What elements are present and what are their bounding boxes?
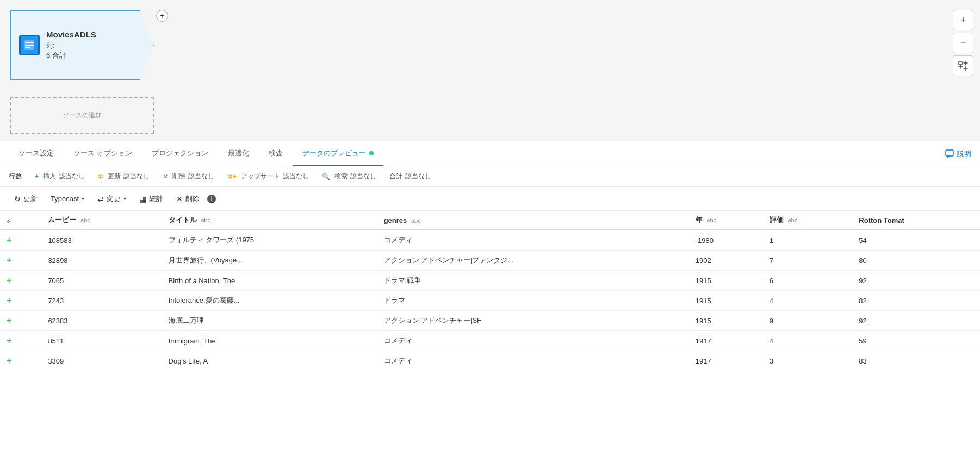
cell-rotten: 92 xyxy=(852,271,980,291)
insert-stat: + 挿入 該当なし xyxy=(35,172,85,181)
cell-rotten: 59 xyxy=(852,331,980,351)
zoom-out-button[interactable]: − xyxy=(953,33,973,53)
table-row: + 62383 海底二万哩 アクション|アドベンチャー|SF 1915 9 92 xyxy=(0,311,980,331)
row-add-button[interactable]: + xyxy=(7,356,11,365)
row-add-cell: + xyxy=(0,291,41,311)
delete-x-icon: ✕ xyxy=(163,173,168,180)
cell-rotten: 83 xyxy=(852,351,980,371)
tab-source-options[interactable]: ソース オプション xyxy=(64,141,142,166)
row-add-button[interactable]: + xyxy=(7,336,11,345)
typecast-button[interactable]: Typecast ▾ xyxy=(45,192,90,205)
row-add-button[interactable]: + xyxy=(7,276,11,285)
cell-year: -1980 xyxy=(689,230,763,251)
tab-optimize[interactable]: 最適化 xyxy=(218,141,259,166)
tab-data-preview[interactable]: データのプレビュー xyxy=(293,141,383,166)
canvas-area: MoviesADLS 列: 6 合計 + ソースの追加 + − xyxy=(0,0,980,141)
table-row: + 7243 Intolerance:愛の葛藤... ドラマ 1915 4 82 xyxy=(0,291,980,311)
stats-icon: ▦ xyxy=(139,195,146,203)
cell-movie: 32898 xyxy=(41,251,162,271)
stats-bar: 行数 + 挿入 該当なし ✻ 更新 該当なし ✕ 削除 該当なし ✻+ アップサ… xyxy=(0,166,980,187)
cell-rating: 4 xyxy=(763,331,852,351)
col-header-movie[interactable]: ムービー abc xyxy=(41,211,162,230)
upsert-icon: ✻+ xyxy=(227,173,237,180)
table-row: + 8511 Immigrant, The コメディ 1917 4 59 xyxy=(0,331,980,351)
row-add-cell: + xyxy=(0,331,41,351)
col-header-rating[interactable]: 評価 abc xyxy=(763,211,852,230)
cell-title: 月世界旅行、(Voyage... xyxy=(162,251,377,271)
col-header-year[interactable]: 年 abc xyxy=(689,211,763,230)
refresh-icon: ↻ xyxy=(14,195,21,203)
update-stat: ✻ 更新 該当なし xyxy=(98,172,150,181)
tab-dot xyxy=(369,151,374,155)
row-add-cell: + xyxy=(0,271,41,291)
cell-genres: コメディ xyxy=(377,230,689,251)
node-count: 6 合計 xyxy=(46,51,145,60)
row-add-button[interactable]: + xyxy=(7,255,11,265)
tab-source-settings[interactable]: ソース設定 xyxy=(9,141,64,166)
cell-year: 1917 xyxy=(689,351,763,371)
cell-movie: 7065 xyxy=(41,271,162,291)
node-info: MoviesADLS 列: 6 合計 xyxy=(46,30,145,60)
cell-movie: 3309 xyxy=(41,351,162,371)
zoom-in-button[interactable]: + xyxy=(953,10,973,30)
cell-rotten: 92 xyxy=(852,311,980,331)
col-header-title[interactable]: タイトル abc xyxy=(162,211,377,230)
tab-projection[interactable]: プロジェクション xyxy=(142,141,218,166)
cell-year: 1902 xyxy=(689,251,763,271)
sort-icon: ⬦ xyxy=(7,217,10,224)
search-icon: 🔍 xyxy=(322,173,330,180)
cell-genres: コメディ xyxy=(377,331,689,351)
fit-button[interactable] xyxy=(953,55,973,76)
right-toolbar: + − xyxy=(953,10,973,76)
cell-movie: 8511 xyxy=(41,331,162,351)
upsert-stat: ✻+ アップサート 該当なし xyxy=(227,172,309,181)
cell-rotten: 54 xyxy=(852,230,980,251)
table-row: + 108583 フォルティ タワーズ (1975 コメディ -1980 1 5… xyxy=(0,230,980,251)
cell-year: 1917 xyxy=(689,331,763,351)
cell-movie: 62383 xyxy=(41,311,162,331)
delete-button[interactable]: ✕ 削除 xyxy=(171,191,205,207)
cell-title: フォルティ タワーズ (1975 xyxy=(162,230,377,251)
cell-title: Immigrant, The xyxy=(162,331,377,351)
cell-rating: 7 xyxy=(763,251,852,271)
cell-rating: 1 xyxy=(763,230,852,251)
node-icon xyxy=(19,35,40,55)
row-add-button[interactable]: + xyxy=(7,296,11,305)
cell-rating: 4 xyxy=(763,291,852,311)
cell-genres: ドラマ|戦争 xyxy=(377,271,689,291)
node-box[interactable]: MoviesADLS 列: 6 合計 xyxy=(10,10,154,80)
total-stat: 合計 該当なし xyxy=(389,172,431,181)
info-button[interactable]: i xyxy=(207,195,216,203)
row-add-cell: + xyxy=(0,311,41,331)
cell-year: 1915 xyxy=(689,291,763,311)
data-table: ⬦ ムービー abc タイトル abc genres abc 年 abc xyxy=(0,211,980,371)
cell-year: 1915 xyxy=(689,311,763,331)
cell-movie: 7243 xyxy=(41,291,162,311)
chat-icon xyxy=(945,149,954,158)
add-source-box[interactable]: ソースの追加 xyxy=(10,97,154,134)
cell-rating: 6 xyxy=(763,271,852,291)
row-count-stat: 行数 xyxy=(9,172,22,181)
tab-inspect[interactable]: 検査 xyxy=(259,141,293,166)
row-add-button[interactable]: + xyxy=(7,235,11,245)
change-icon: ⇄ xyxy=(97,195,104,203)
row-add-button[interactable]: + xyxy=(7,316,11,325)
help-button[interactable]: 説明 xyxy=(945,149,971,159)
col-header-genres[interactable]: genres abc xyxy=(377,211,689,230)
row-add-cell: + xyxy=(0,351,41,371)
cell-rating: 3 xyxy=(763,351,852,371)
row-add-cell: + xyxy=(0,251,41,271)
change-button[interactable]: ⇄ 変更 ▾ xyxy=(92,191,132,207)
update-icon: ✻ xyxy=(98,173,103,180)
cell-genres: ドラマ xyxy=(377,291,689,311)
refresh-button[interactable]: ↻ 更新 xyxy=(9,191,43,207)
col-header-rotten[interactable]: Rotton Tomat xyxy=(852,211,980,230)
stats-button[interactable]: ▦ 統計 xyxy=(134,191,169,207)
svg-rect-1 xyxy=(959,61,962,65)
action-bar: ↻ 更新 Typecast ▾ ⇄ 変更 ▾ ▦ 統計 ✕ 削除 i xyxy=(0,187,980,211)
col-header-sort[interactable]: ⬦ xyxy=(0,211,41,230)
cell-title: Dog's Life, A xyxy=(162,351,377,371)
data-table-wrapper: ⬦ ムービー abc タイトル abc genres abc 年 abc xyxy=(0,211,980,469)
node-add-button[interactable]: + xyxy=(156,10,168,22)
node-sub: 列: xyxy=(46,41,145,51)
